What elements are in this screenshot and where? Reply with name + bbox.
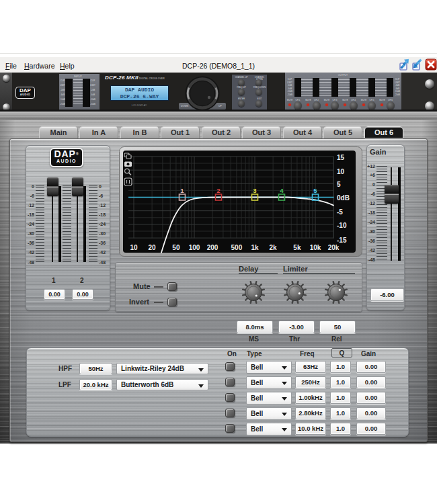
svg-text:5k: 5k bbox=[293, 244, 301, 251]
svg-text:5: 5 bbox=[313, 187, 317, 194]
svg-text:2k: 2k bbox=[270, 244, 278, 251]
svg-text:100: 100 bbox=[189, 244, 200, 251]
svg-text:-10: -10 bbox=[337, 222, 347, 229]
svg-text:0dB: 0dB bbox=[337, 194, 350, 202]
svg-text:1: 1 bbox=[180, 187, 184, 194]
svg-text:5: 5 bbox=[337, 181, 341, 188]
svg-text:500: 500 bbox=[231, 244, 243, 251]
svg-text:10: 10 bbox=[337, 168, 345, 175]
svg-text:20: 20 bbox=[149, 244, 157, 251]
svg-text:200: 200 bbox=[207, 244, 218, 251]
svg-text:50: 50 bbox=[172, 244, 180, 251]
svg-text:-5: -5 bbox=[337, 208, 343, 216]
svg-text:10k: 10k bbox=[310, 244, 321, 251]
svg-text:10: 10 bbox=[130, 244, 138, 251]
svg-text:20k: 20k bbox=[328, 244, 340, 251]
svg-text:3: 3 bbox=[253, 187, 256, 194]
svg-text:2: 2 bbox=[216, 187, 220, 194]
svg-text:15: 15 bbox=[337, 154, 345, 161]
svg-text:1k: 1k bbox=[251, 244, 259, 251]
svg-text:-15: -15 bbox=[337, 237, 347, 244]
svg-text:4: 4 bbox=[280, 187, 284, 194]
